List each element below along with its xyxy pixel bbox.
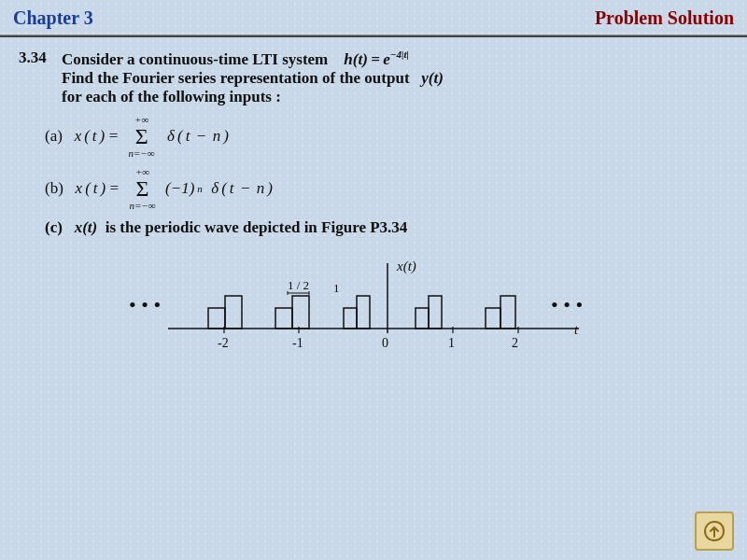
chapter-label: Chapter 3 [13, 7, 93, 29]
svg-rect-17 [429, 296, 442, 329]
problem-line1: Consider a continuous-time LTI system h(… [62, 49, 444, 69]
svg-rect-18 [486, 308, 500, 329]
part-b-formula: x(t) = +∞ Σ n=−∞ (−1)n δ(t − n) [76, 166, 273, 211]
h-formula: h(t) = e−4|t| [344, 50, 409, 68]
part-c: (c) x(t) is the periodic wave depicted i… [45, 218, 728, 237]
main-content: 3.34 Consider a continuous-time LTI syst… [0, 37, 747, 385]
svg-text:x(t): x(t) [396, 259, 416, 274]
page-header: Chapter 3 Problem Solution [0, 0, 747, 35]
summation-b: +∞ Σ n=−∞ [129, 166, 155, 211]
problem-statement: 3.34 Consider a continuous-time LTI syst… [19, 49, 728, 106]
svg-rect-7 [275, 308, 292, 329]
svg-text:-1: -1 [292, 336, 303, 350]
svg-text:1 / 2: 1 / 2 [288, 278, 309, 292]
svg-text:• • •: • • • [551, 293, 583, 316]
part-a-label: (a) [45, 127, 70, 145]
svg-text:1: 1 [333, 281, 340, 295]
part-a: (a) x(t) = +∞ Σ n=−∞ δ(t − n) [45, 114, 728, 159]
svg-text:0: 0 [382, 336, 388, 350]
part-b: (b) x(t) = +∞ Σ n=−∞ (−1)n δ(t − n) [45, 166, 728, 211]
summation-a: +∞ Σ n=−∞ [129, 114, 155, 159]
svg-text:-2: -2 [218, 336, 229, 350]
waveform-svg: • • • • • • x(t) 1 / 2 [112, 245, 635, 375]
nav-back-button[interactable] [695, 511, 734, 551]
svg-rect-8 [292, 296, 309, 329]
svg-rect-15 [357, 296, 370, 329]
part-b-label: (b) [45, 179, 71, 197]
svg-rect-6 [225, 296, 242, 329]
problem-solution-label: Problem Solution [595, 7, 734, 29]
problem-number: 3.34 [19, 49, 54, 67]
svg-rect-5 [208, 308, 225, 329]
svg-text:t: t [574, 323, 579, 337]
back-arrow-icon [701, 518, 727, 544]
problem-line2: Find the Fourier series representation o… [62, 69, 444, 88]
svg-rect-16 [416, 308, 429, 329]
svg-rect-19 [500, 296, 515, 329]
part-a-formula: x(t) = +∞ Σ n=−∞ δ(t − n) [75, 114, 229, 159]
svg-text:1: 1 [448, 336, 455, 350]
problem-line3: for each of the following inputs : [62, 88, 444, 106]
svg-text:2: 2 [512, 336, 518, 350]
y-formula: y(t) [421, 69, 444, 87]
svg-text:• • •: • • • [129, 293, 161, 316]
svg-rect-14 [344, 308, 357, 329]
figure-area: • • • • • • x(t) 1 / 2 [112, 245, 635, 375]
